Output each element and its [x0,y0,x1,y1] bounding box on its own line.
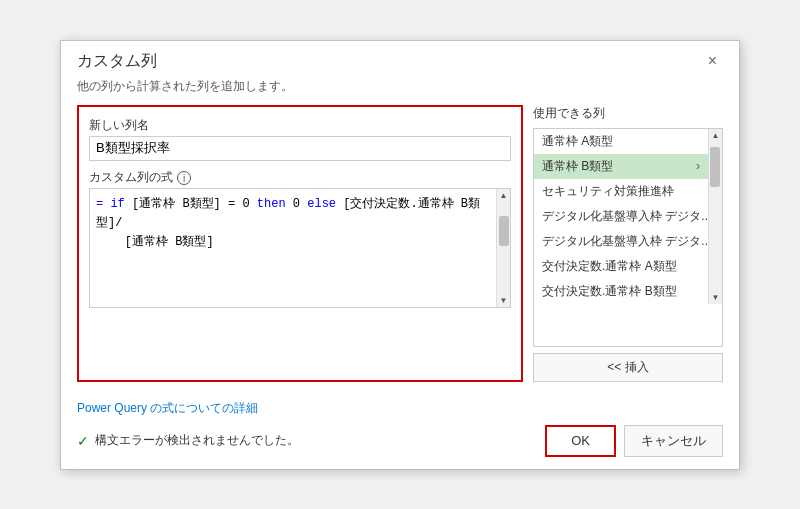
formula-textarea-wrapper: = if [通常枠 B類型] = 0 then 0 else [交付決定数.通常… [89,188,511,308]
formula-part2: 0 [286,197,308,211]
selected-item-label: 通常枠 B類型 [542,158,613,175]
formula-part4: [通常枠 B類型] [96,235,214,249]
scroll-thumb [710,147,720,187]
list-item[interactable]: 交付決定数.通常枠 B類型 [534,279,708,304]
footer: Power Query の式についての詳細 ✓ 構文エラーが検出されませんでした… [61,392,739,469]
scroll-down-arrow[interactable]: ▼ [498,294,510,307]
formula-scrollbar[interactable]: ▲ ▼ [496,189,510,307]
list-item-selected[interactable]: 通常枠 B類型 › [534,154,708,179]
formula-section: カスタム列の式 i = if [通常枠 B類型] = 0 then 0 else… [89,169,511,370]
close-button[interactable]: × [702,51,723,71]
scroll-up-arrow[interactable]: ▲ [498,189,510,202]
formula-label-row: カスタム列の式 i [89,169,511,188]
button-group: OK キャンセル [545,425,723,457]
cancel-button[interactable]: キャンセル [624,425,723,457]
columns-list: 通常枠 A類型 通常枠 B類型 › セキュリティ対策推進枠 デジタル化基盤導入枠… [533,128,723,347]
list-item[interactable]: 通常枠 A類型 [534,129,708,154]
check-icon: ✓ [77,433,89,449]
column-name-section: 新しい列名 [89,117,511,161]
formula-label: カスタム列の式 [89,169,173,186]
title-bar: カスタム列 × [61,41,739,78]
pq-link[interactable]: Power Query の式についての詳細 [77,400,723,417]
formula-keyword-else: else [307,197,336,211]
scroll-down-icon[interactable]: ▼ [709,291,722,304]
formula-keyword-if: = if [96,197,125,211]
ok-button[interactable]: OK [545,425,616,457]
insert-button[interactable]: << 挿入 [533,353,723,382]
custom-column-dialog: カスタム列 × 他の列から計算された列を追加します。 新しい列名 カスタム列の式… [60,40,740,470]
list-item[interactable]: 交付決定数.通常枠 A類型 [534,254,708,279]
right-panel: 使用できる列 通常枠 A類型 通常枠 B類型 › セキュリティ対策推進枠 デジタ… [533,105,723,382]
scroll-up-icon[interactable]: ▲ [709,129,722,142]
scrollbar-thumb [499,216,509,246]
formula-display[interactable]: = if [通常枠 B類型] = 0 then 0 else [交付決定数.通常… [90,189,510,307]
list-item[interactable]: デジタル化基盤導入枠 デジタ... [534,204,708,229]
columns-list-items: 通常枠 A類型 通常枠 B類型 › セキュリティ対策推進枠 デジタル化基盤導入枠… [534,129,708,304]
footer-bottom: ✓ 構文エラーが検出されませんでした。 OK キャンセル [77,425,723,457]
selected-item-chevron: › [696,159,700,173]
list-item[interactable]: デジタル化基盤導入枠 デジタ... [534,229,708,254]
columns-scrollbar: ▲ ▼ [708,129,722,304]
main-content: 新しい列名 カスタム列の式 i = if [通常枠 B類型] = 0 then … [61,105,739,392]
formula-part1: [通常枠 B類型] = 0 [125,197,257,211]
column-name-input[interactable] [89,136,511,161]
list-item[interactable]: セキュリティ対策推進枠 [534,179,708,204]
dialog-title: カスタム列 [77,51,157,72]
formula-keyword-then: then [257,197,286,211]
available-columns-label: 使用できる列 [533,105,723,122]
status-text: 構文エラーが検出されませんでした。 [95,432,299,449]
left-panel: 新しい列名 カスタム列の式 i = if [通常枠 B類型] = 0 then … [77,105,523,382]
status-message: ✓ 構文エラーが検出されませんでした。 [77,432,299,449]
info-icon[interactable]: i [177,171,191,185]
column-name-label: 新しい列名 [89,117,511,134]
columns-list-inner: 通常枠 A類型 通常枠 B類型 › セキュリティ対策推進枠 デジタル化基盤導入枠… [534,129,722,304]
dialog-subtitle: 他の列から計算された列を追加します。 [61,78,739,105]
scroll-track [709,142,722,291]
